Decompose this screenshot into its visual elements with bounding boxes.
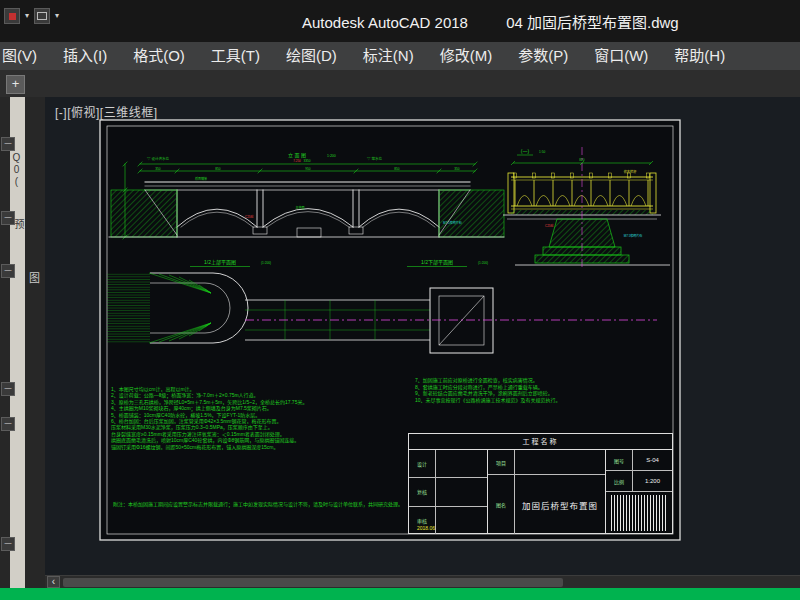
chevron-down-icon[interactable]: ▾ [55,12,59,20]
titleblock-cell [436,478,487,505]
notes-left: 1、本图尺寸均以cm计，高程以m计。 2、设计荷载：公路—Ⅱ级；桥面净宽：净-7… [111,386,407,450]
palette-strip-label: Q0( [11,152,22,188]
menu-window[interactable]: 窗口(W) [581,42,661,70]
palette-gap-label: 图 [29,269,40,285]
workspace-icon[interactable] [34,8,50,24]
titleblock-name-column: 项目 图名加固后桥型布置图 [488,450,606,534]
project-label: 项目 [488,450,515,474]
drawing-canvas[interactable]: 3350 350 850 950 850 350 立 面 图 1:200 7.2… [45,97,800,575]
panel-collapse-button[interactable]: — [1,537,15,551]
menu-dimension[interactable]: 标注(N) [350,42,427,70]
plan-lower-scale: (1:200) [478,261,488,265]
menu-format[interactable]: 格式(O) [120,42,198,70]
dim-label: 350 [155,167,161,171]
chevron-down-icon[interactable]: ▾ [25,12,29,20]
autocad-window: ▾ ▾ Autodesk AutoCAD 2018 04 加固后桥型布置图.dw… [0,0,800,600]
scale-value: 1:200 [633,471,672,491]
scale-label: 比例 [606,471,633,491]
menu-draw[interactable]: 绘图(D) [273,42,350,70]
panel-collapse-button[interactable]: — [1,264,15,278]
section-red-note: C25砼 [545,223,554,228]
titleblock-row-label: 设计 [409,450,436,477]
scroll-left-arrow[interactable]: ‹ [47,576,60,588]
app-title: Autodesk AutoCAD 2018 [302,14,468,31]
menu-insert[interactable]: 插入(I) [50,42,120,70]
titleblock-cell [515,450,605,474]
notes-right: 7、加固施工前应对原桥进行全面检查，核实病害情况。 8、套拱施工时应分段对称进行… [415,377,647,403]
titleblock-number-column: 图号S-04 比例1:200 [606,450,672,534]
drawing-no: S-04 [633,450,672,470]
plan-lower-title: 1/2下部平面图 [421,259,453,266]
dim-label: 850 [394,167,400,171]
menu-view[interactable]: 图(V) [0,42,50,70]
dim-label: 350 [454,167,460,171]
scrollbar-thumb[interactable] [63,578,563,587]
note-line: 7、加固施工前应对原桥进行全面检查，核实病害情况。 [415,377,647,384]
menu-parametric[interactable]: 参数(P) [505,42,581,70]
plan-upper-title: 1/2上部平面图 [204,259,236,266]
dim-label: 950 [305,167,311,171]
dim-total-label: 3350 [303,159,310,163]
menu-help[interactable]: 帮助(H) [661,42,738,70]
titleblock-cell [436,507,487,534]
elevation-scale: 1:200 [327,154,336,158]
titleblock-row-label: 复核 [409,478,436,505]
barcode [611,495,667,531]
panel-collapse-button[interactable]: — [1,417,15,431]
deck-label: 桥面铺装 [195,176,207,181]
taskbar[interactable] [0,588,800,600]
titleblock-date: 2018.06 [417,525,435,531]
viewport-controls[interactable]: [-][俯视][三维线框] [55,103,158,120]
horizontal-scrollbar: ‹ [45,575,800,589]
file-tab-bar: + [0,70,800,97]
drawing-no-label: 图号 [606,450,633,470]
titleblock-cell [436,450,487,477]
title-block: 工程名称 设计 复核 审核 项目 图名加固后桥型布置图 图号S-04 比例1:2… [408,433,673,534]
water-level-left: ▽ 设计洪水位 [147,156,169,161]
document-title: 04 加固后桥型布置图.dwg [506,14,679,31]
menu-modify[interactable]: 修改(M) [427,42,506,70]
elevation-red-note: 7.250 [293,159,301,163]
quick-access-toolbar: ▾ ▾ [4,8,59,24]
arch-label: 主拱圈 [295,205,304,210]
menu-tools[interactable]: 工具(T) [198,42,273,70]
panel-collapse-button[interactable]: — [1,382,15,396]
drawing-name-label: 图名 [488,475,515,534]
note-line: 9、新老砼结合面应凿毛并清洗干净，涂刷界面剂后立即喷砼。 [415,390,647,397]
title-bar: ▾ ▾ Autodesk AutoCAD 2018 04 加固后桥型布置图.dw… [0,0,800,42]
dim-label: 850 [215,167,221,171]
note-line: 8、套拱施工时应分段对称进行，严禁桥上通行重载车辆。 [415,384,647,391]
new-tab-button[interactable]: + [6,75,25,94]
plan-upper-scale: (1:200) [261,261,271,265]
panel-collapse-button[interactable]: — [1,137,15,151]
section-title: (一) [521,148,530,154]
titleblock-header: 工程名称 [409,434,672,450]
section-cyan-note: M7.5浆砌片石 [624,233,643,238]
menu-bar: 图(V) 插入(I) 格式(O) 工具(T) 绘图(D) 标注(N) 修改(M)… [0,42,800,71]
note-line: 锚固钉采用Φ16螺纹钢，间距50×50cm梅花形布置，锚入原拱圈深度15cm。 [111,444,407,450]
panel-collapse-button[interactable]: — [1,211,15,225]
left-palette-rail: Q0( 预 — — — — — — 图 [0,97,45,588]
water-level-right: ▽ 常水位 [367,156,382,161]
titleblock-sign-column: 设计 复核 审核 [409,450,488,534]
window-title: Autodesk AutoCAD 2018 04 加固后桥型布置图.dwg [302,11,679,32]
drawing-name: 加固后桥型布置图 [515,475,605,534]
elevation-red-note2: C25砼 [245,214,254,219]
note-line: 10、未尽事宜按现行《公路桥涵施工技术规范》及有关规范执行。 [415,397,647,404]
app-menu-icon[interactable] [4,8,20,24]
section-scale: 1:50 [539,150,545,154]
notes-bottom: 附注：本桥加固施工期间应设置警示标志并限载通行；施工中如发现实际情况与设计不符，… [113,501,405,508]
